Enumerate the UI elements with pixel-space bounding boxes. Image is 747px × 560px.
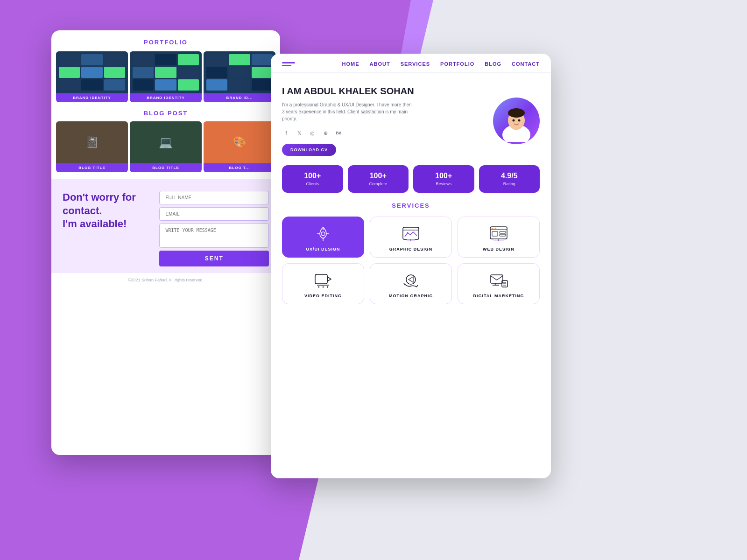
svg-point-20 bbox=[495, 228, 496, 229]
graphic-design-icon bbox=[401, 225, 421, 243]
stats-section: 100+ Clients 100+ Complete 100+ Reviews … bbox=[271, 165, 551, 202]
blog-title: BLOG POST bbox=[51, 102, 280, 121]
stat-complete-number: 100+ bbox=[352, 172, 404, 180]
logo-line-2 bbox=[282, 65, 291, 66]
uxui-icon bbox=[313, 225, 333, 243]
svg-point-19 bbox=[493, 228, 494, 229]
service-motion-label: MOTION GRAPHIC bbox=[375, 294, 447, 298]
nav-portfolio[interactable]: PORTFOLIO bbox=[440, 61, 474, 67]
contact-section: Don't worry for contact. I'm available! … bbox=[58, 191, 274, 266]
social-icons: f 𝕏 ◎ ⊕ Bē bbox=[282, 129, 414, 137]
nav-services[interactable]: SERVICES bbox=[401, 61, 430, 67]
stat-reviews: 100+ Reviews bbox=[413, 165, 474, 193]
svg-point-4 bbox=[513, 119, 515, 122]
social-instagram[interactable]: ◎ bbox=[308, 129, 317, 137]
social-facebook[interactable]: f bbox=[282, 129, 290, 137]
video-editing-icon bbox=[313, 272, 333, 290]
nav-links: HOME ABOUT SERVICES PORTFOLIO BLOG CONTA… bbox=[342, 61, 540, 67]
blog-img-1: 📓 bbox=[56, 121, 128, 163]
blog-item[interactable]: 🎨 BLOG T... bbox=[204, 121, 275, 172]
message-input[interactable] bbox=[159, 224, 269, 248]
blog-item[interactable]: 💻 BLOG TITLE bbox=[130, 121, 202, 172]
digital-marketing-icon bbox=[489, 272, 508, 290]
blog-img-2: 💻 bbox=[130, 121, 202, 163]
service-web[interactable]: WEB DESIGN bbox=[458, 217, 540, 258]
nav-home[interactable]: HOME bbox=[342, 61, 359, 67]
stat-clients-label: Clients bbox=[287, 182, 338, 186]
blog-label-1: BLOG TITLE bbox=[56, 163, 128, 172]
avatar bbox=[493, 98, 540, 144]
stat-complete: 100+ Complete bbox=[348, 165, 409, 193]
email-input[interactable] bbox=[159, 207, 269, 221]
portfolio-grid: BRAND IDENTITY BRAND IDENTITY bbox=[51, 51, 280, 102]
download-cv-button[interactable]: DOWNLOAD CV bbox=[282, 144, 336, 156]
sent-button[interactable]: SENT bbox=[159, 251, 269, 266]
blog-img-3: 🎨 bbox=[204, 121, 275, 163]
stat-reviews-number: 100+ bbox=[418, 172, 470, 180]
nav-about[interactable]: ABOUT bbox=[370, 61, 390, 67]
portfolio-img-2 bbox=[130, 51, 202, 93]
stat-complete-label: Complete bbox=[352, 182, 404, 186]
social-twitter[interactable]: 𝕏 bbox=[295, 129, 303, 137]
stat-rating-number: 4.9/5 bbox=[484, 172, 536, 180]
portfolio-item[interactable]: BRAND IDENTITY bbox=[130, 51, 202, 102]
service-video-label: VIDEO EDITING bbox=[287, 294, 359, 298]
service-video[interactable]: VIDEO EDITING bbox=[282, 263, 364, 304]
service-graphic[interactable]: GRAPHIC DESIGN bbox=[370, 217, 452, 258]
svg-point-6 bbox=[321, 232, 325, 236]
services-grid: UX/UI DESIGN GRAPHIC DESIGN bbox=[271, 217, 551, 314]
portfolio-img-1 bbox=[56, 51, 128, 93]
stat-clients-number: 100+ bbox=[287, 172, 338, 180]
svg-point-13 bbox=[407, 232, 409, 234]
svg-point-32 bbox=[406, 275, 416, 284]
blog-item[interactable]: 📓 BLOG TITLE bbox=[56, 121, 128, 172]
logo bbox=[282, 62, 295, 66]
service-graphic-label: GRAPHIC DESIGN bbox=[375, 247, 447, 252]
contact-heading: Don't worry for contact. I'm available! bbox=[63, 191, 154, 231]
navigation: HOME ABOUT SERVICES PORTFOLIO BLOG CONTA… bbox=[271, 54, 551, 73]
nav-blog[interactable]: BLOG bbox=[485, 61, 501, 67]
hero-text: I AM ABDUL KHALEK SOHAN I'm a profession… bbox=[282, 86, 414, 156]
service-digital[interactable]: DIGITAL MARKETING bbox=[458, 263, 540, 304]
stat-rating: 4.9/5 Rating bbox=[479, 165, 540, 193]
logo-line-1 bbox=[282, 62, 295, 63]
social-behance[interactable]: Bē bbox=[334, 129, 343, 137]
svg-rect-23 bbox=[500, 234, 506, 236]
footer-text: ©2021 Sohan Fahad. All rights reserved. bbox=[51, 273, 280, 285]
service-motion[interactable]: MOTION GRAPHIC bbox=[370, 263, 452, 304]
portfolio-label-1: BRAND IDENTITY bbox=[56, 93, 128, 102]
nav-contact[interactable]: CONTACT bbox=[512, 61, 540, 67]
blog-label-3: BLOG T... bbox=[204, 163, 275, 172]
blog-label-2: BLOG TITLE bbox=[130, 163, 202, 172]
service-uxui-label: UX/UI DESIGN bbox=[287, 247, 359, 252]
blog-grid: 📓 BLOG TITLE 💻 BLOG TITLE 🎨 BLOG T... bbox=[51, 121, 280, 172]
portfolio-img-3 bbox=[204, 51, 275, 93]
portfolio-title: PORTFOLIO bbox=[51, 30, 280, 51]
svg-rect-22 bbox=[500, 231, 506, 233]
service-uxui[interactable]: UX/UI DESIGN bbox=[282, 217, 364, 258]
svg-line-34 bbox=[416, 285, 418, 287]
svg-rect-21 bbox=[492, 231, 498, 236]
svg-rect-35 bbox=[491, 275, 503, 283]
svg-point-18 bbox=[492, 228, 493, 229]
svg-marker-27 bbox=[327, 277, 331, 281]
svg-rect-26 bbox=[315, 274, 327, 284]
stat-rating-label: Rating bbox=[484, 182, 536, 186]
web-design-icon bbox=[489, 225, 508, 243]
portfolio-item[interactable]: BRAND IDENTITY bbox=[56, 51, 128, 102]
left-card: PORTFOLIO BRAND IDENTITY bbox=[51, 30, 280, 455]
svg-rect-16 bbox=[490, 227, 507, 239]
svg-point-5 bbox=[518, 119, 521, 122]
avatar-svg bbox=[495, 100, 537, 142]
right-card: HOME ABOUT SERVICES PORTFOLIO BLOG CONTA… bbox=[271, 54, 551, 478]
service-web-label: WEB DESIGN bbox=[463, 247, 535, 252]
portfolio-item[interactable]: BRAND ID... bbox=[204, 51, 275, 102]
stat-reviews-label: Reviews bbox=[418, 182, 470, 186]
service-digital-label: DIGITAL MARKETING bbox=[463, 294, 535, 298]
stat-clients: 100+ Clients bbox=[282, 165, 343, 193]
services-title: SERVICES bbox=[271, 202, 551, 217]
social-dribbble[interactable]: ⊕ bbox=[321, 129, 330, 137]
fullname-input[interactable] bbox=[159, 191, 269, 204]
svg-point-3 bbox=[508, 108, 525, 118]
motion-graphic-icon bbox=[401, 272, 421, 290]
